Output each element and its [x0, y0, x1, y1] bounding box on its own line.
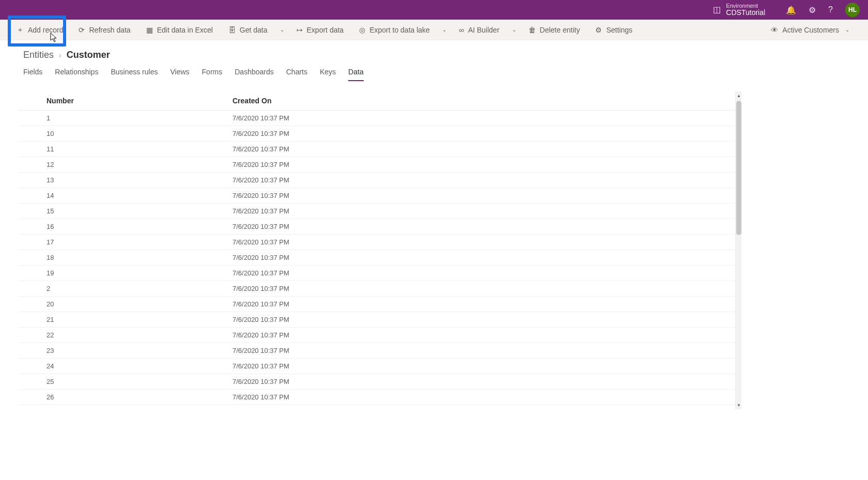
table-row[interactable]: 147/6/2020 10:37 PM: [18, 188, 741, 204]
cell-number: 18: [18, 250, 204, 266]
table-row[interactable]: 107/6/2020 10:37 PM: [18, 126, 741, 142]
cell-created-on: 7/6/2020 10:37 PM: [204, 126, 741, 142]
trash-icon: 🗑: [529, 26, 536, 34]
cell-number: 2: [18, 281, 204, 297]
table-row[interactable]: 17/6/2020 10:37 PM: [18, 111, 741, 126]
environment-selector[interactable]: ◫ Environment CDSTutorial: [713, 3, 765, 17]
help-icon[interactable]: ?: [828, 5, 833, 14]
cell-created-on: 7/6/2020 10:37 PM: [204, 173, 741, 188]
cell-created-on: 7/6/2020 10:37 PM: [204, 204, 741, 219]
cell-created-on: 7/6/2020 10:37 PM: [204, 266, 741, 281]
vertical-scrollbar[interactable]: ▲ ▼: [735, 91, 741, 409]
avatar[interactable]: HL: [845, 3, 860, 17]
cell-created-on: 7/6/2020 10:37 PM: [204, 390, 741, 405]
cell-created-on: 7/6/2020 10:37 PM: [204, 374, 741, 390]
table-row[interactable]: 177/6/2020 10:37 PM: [18, 235, 741, 250]
refresh-data-label: Refresh data: [89, 26, 130, 34]
get-data-button[interactable]: 🗄 Get data: [223, 23, 273, 37]
refresh-data-button[interactable]: ⟳ Refresh data: [73, 23, 135, 37]
cell-created-on: 7/6/2020 10:37 PM: [204, 281, 741, 297]
environment-icon: ◫: [713, 5, 721, 14]
table-row[interactable]: 267/6/2020 10:37 PM: [18, 390, 741, 405]
tab-keys[interactable]: Keys: [320, 68, 336, 81]
export-lake-chevron-icon[interactable]: ⌄: [440, 24, 448, 36]
tab-data[interactable]: Data: [348, 68, 364, 81]
scrollbar-thumb[interactable]: [736, 101, 741, 235]
notifications-icon[interactable]: 🔔: [786, 5, 796, 15]
export-lake-button[interactable]: ◎ Export to data lake: [354, 23, 435, 37]
cell-created-on: 7/6/2020 10:37 PM: [204, 111, 741, 126]
excel-icon: ▦: [146, 26, 153, 34]
table-row[interactable]: 197/6/2020 10:37 PM: [18, 266, 741, 281]
get-data-label: Get data: [240, 26, 268, 34]
table-row[interactable]: 127/6/2020 10:37 PM: [18, 157, 741, 173]
table-row[interactable]: 187/6/2020 10:37 PM: [18, 250, 741, 266]
cell-created-on: 7/6/2020 10:37 PM: [204, 405, 741, 410]
view-selector[interactable]: 👁 Active Customers ⌄: [766, 21, 857, 39]
tab-dashboards[interactable]: Dashboards: [235, 68, 274, 81]
data-grid: Number Created On 17/6/2020 10:37 PM107/…: [18, 91, 741, 409]
delete-entity-button[interactable]: 🗑 Delete entity: [523, 23, 585, 37]
table-row[interactable]: 247/6/2020 10:37 PM: [18, 359, 741, 374]
cell-created-on: 7/6/2020 10:37 PM: [204, 250, 741, 266]
table-row[interactable]: 117/6/2020 10:37 PM: [18, 142, 741, 157]
cell-created-on: 7/6/2020 10:37 PM: [204, 188, 741, 204]
tab-views[interactable]: Views: [170, 68, 189, 81]
cell-number: 14: [18, 188, 204, 204]
tab-fields[interactable]: Fields: [23, 68, 42, 81]
environment-name: CDSTutorial: [726, 9, 765, 17]
table-row[interactable]: 137/6/2020 10:37 PM: [18, 173, 741, 188]
cell-number: 15: [18, 204, 204, 219]
table-row[interactable]: 167/6/2020 10:37 PM: [18, 219, 741, 235]
table-row[interactable]: 27/6/2020 10:37 PM: [18, 281, 741, 297]
tab-charts[interactable]: Charts: [286, 68, 307, 81]
export-data-button[interactable]: ↦ Export data: [291, 23, 349, 37]
eye-icon: 👁: [771, 26, 778, 34]
edit-in-excel-button[interactable]: ▦ Edit data in Excel: [141, 23, 218, 37]
table-row[interactable]: 257/6/2020 10:37 PM: [18, 374, 741, 390]
table-row[interactable]: 157/6/2020 10:37 PM: [18, 204, 741, 219]
settings-label: Settings: [606, 26, 632, 34]
add-record-button[interactable]: ＋ Add record: [11, 22, 68, 38]
command-bar: ＋ Add record ⟳ Refresh data ▦ Edit data …: [0, 20, 868, 40]
breadcrumb-parent[interactable]: Entities: [23, 50, 54, 60]
settings-button[interactable]: ⚙ Settings: [590, 23, 638, 37]
cell-created-on: 7/6/2020 10:37 PM: [204, 235, 741, 250]
table-row[interactable]: 217/6/2020 10:37 PM: [18, 312, 741, 328]
column-header-number[interactable]: Number: [18, 91, 204, 111]
add-record-label: Add record: [28, 26, 63, 34]
cell-created-on: 7/6/2020 10:37 PM: [204, 219, 741, 235]
ai-builder-button[interactable]: ∞ AI Builder: [454, 23, 505, 37]
tab-forms[interactable]: Forms: [202, 68, 223, 81]
cell-number: 27: [18, 405, 204, 410]
entity-tabs: Fields Relationships Business rules View…: [0, 60, 868, 81]
table-row[interactable]: 207/6/2020 10:37 PM: [18, 297, 741, 312]
table-row[interactable]: 237/6/2020 10:37 PM: [18, 343, 741, 359]
cell-number: 13: [18, 173, 204, 188]
plus-icon: ＋: [17, 25, 24, 35]
scroll-down-icon[interactable]: ▼: [736, 402, 741, 408]
cell-number: 25: [18, 374, 204, 390]
delete-entity-label: Delete entity: [540, 26, 580, 34]
get-data-chevron-icon[interactable]: ⌄: [278, 24, 286, 36]
settings-gear-icon[interactable]: ⚙: [809, 5, 816, 15]
breadcrumb: Entities › Customer: [0, 40, 868, 60]
cell-created-on: 7/6/2020 10:37 PM: [204, 157, 741, 173]
ai-builder-chevron-icon[interactable]: ⌄: [510, 24, 518, 36]
tab-relationships[interactable]: Relationships: [55, 68, 98, 81]
cell-number: 12: [18, 157, 204, 173]
column-header-created-on[interactable]: Created On: [204, 91, 741, 111]
ai-builder-label: AI Builder: [468, 26, 500, 34]
cell-number: 11: [18, 142, 204, 157]
table-row[interactable]: 227/6/2020 10:37 PM: [18, 328, 741, 343]
table-row[interactable]: 277/6/2020 10:37 PM: [18, 405, 741, 410]
cell-number: 16: [18, 219, 204, 235]
scroll-up-icon[interactable]: ▲: [736, 92, 741, 99]
top-header: ◫ Environment CDSTutorial 🔔 ⚙ ? HL: [0, 0, 868, 20]
refresh-icon: ⟳: [79, 26, 85, 34]
lake-icon: ◎: [359, 26, 365, 34]
cell-number: 23: [18, 343, 204, 359]
export-lake-label: Export to data lake: [369, 26, 430, 34]
tab-business-rules[interactable]: Business rules: [111, 68, 158, 81]
view-selector-label: Active Customers: [782, 26, 839, 34]
